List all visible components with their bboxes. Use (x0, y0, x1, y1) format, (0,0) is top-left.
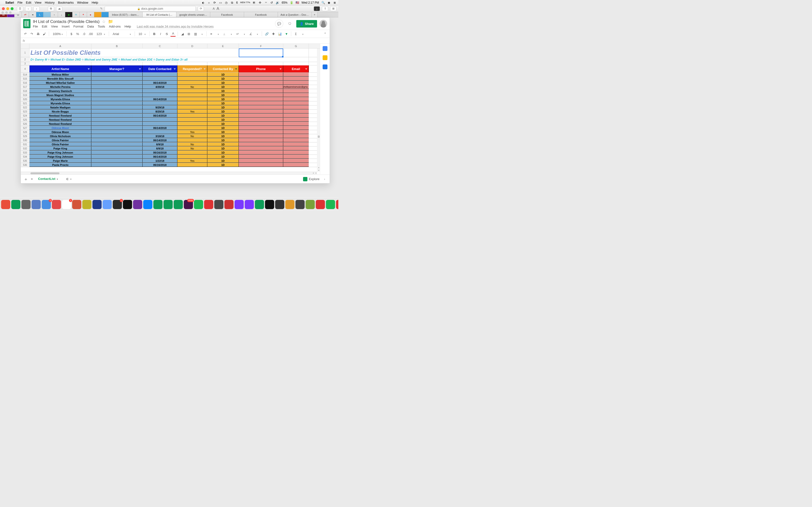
dock-app-icon[interactable] (245, 200, 254, 209)
cell-responded[interactable] (177, 118, 207, 122)
dock-app-icon[interactable] (235, 200, 244, 209)
vpn-icon[interactable]: ⧉ (230, 1, 234, 4)
cell-artist-name[interactable]: Paola Procto (30, 163, 91, 167)
dock-app-icon[interactable] (214, 200, 223, 209)
column-header[interactable]: A (30, 44, 91, 48)
functions-button[interactable]: Σ (293, 31, 305, 37)
dock-app-icon[interactable] (143, 200, 152, 209)
cell-date-contacted[interactable] (143, 77, 177, 80)
cell-email[interactable] (283, 130, 309, 134)
dock-app-icon[interactable] (133, 200, 142, 209)
cell-artist-name[interactable]: Paige King Johnson (30, 155, 91, 159)
cell-manager[interactable] (91, 151, 143, 155)
cell-responded[interactable] (177, 81, 207, 85)
icloud-tabs[interactable]: ☁ (56, 6, 62, 11)
text-wrap[interactable]: ↵ (235, 31, 247, 37)
row-header[interactable]: 521 (21, 101, 30, 105)
explore-label[interactable]: Explore (309, 177, 319, 181)
cell-responded[interactable] (177, 89, 207, 93)
cell-responded[interactable] (177, 126, 207, 130)
comments-button[interactable]: 💬 (275, 19, 283, 28)
cell-artist-name[interactable]: Michael MikeSal Sallee (30, 81, 91, 85)
explore-icon[interactable] (303, 177, 307, 181)
browser-tab[interactable]: Facebook (210, 12, 244, 17)
cell-contacted-by[interactable]: 1D (207, 118, 239, 122)
dock-app-icon[interactable]: 8936 (184, 200, 193, 209)
flag-icon[interactable]: 🇺🇸 (296, 1, 299, 4)
cell-email[interactable] (283, 134, 309, 138)
browser-tab[interactable]: google sheets unwan… (176, 12, 210, 17)
cell-artist-name[interactable]: Natalie Madigan (30, 106, 91, 109)
row-header[interactable]: 529 (21, 134, 30, 138)
cell-email[interactable] (283, 151, 309, 155)
cell-manager[interactable] (91, 134, 143, 138)
cell-manager[interactable] (91, 147, 143, 151)
row-header[interactable]: 528 (21, 130, 30, 134)
row-header[interactable]: 534 (21, 155, 30, 159)
cell-manager[interactable] (91, 143, 143, 146)
cell-manager[interactable] (91, 138, 143, 142)
star-icon[interactable]: ☆ (102, 19, 106, 24)
cell-date-contacted[interactable] (143, 122, 177, 126)
cell[interactable] (239, 62, 283, 65)
cell-email[interactable] (283, 73, 309, 76)
column-header-cell[interactable]: Responded? (177, 65, 207, 72)
cell-manager[interactable] (91, 89, 143, 93)
new-tab-button[interactable]: ＋ (312, 12, 317, 17)
dock-app-icon[interactable]: 1 (62, 200, 71, 209)
cell-artist-name[interactable]: Paige King Johnson (30, 151, 91, 155)
autofill-icon[interactable]: ✎ (100, 7, 103, 10)
clock-icon[interactable]: ◷ (224, 1, 228, 4)
cell-contacted-by[interactable]: 1D (207, 151, 239, 155)
cell-responded[interactable] (177, 97, 207, 101)
cell[interactable] (177, 49, 207, 57)
show-tabs[interactable]: ⧉ (48, 6, 54, 11)
document-title[interactable]: IH List of Contacts (Possible Clients) (33, 19, 100, 24)
gs-menu-addons[interactable]: Add-ons (109, 24, 120, 28)
cell-contacted-by[interactable]: 1D (207, 143, 239, 146)
strike-button[interactable]: S (164, 31, 169, 37)
pinned-tab[interactable]: ⇌ (22, 12, 29, 17)
cell-phone[interactable] (239, 118, 283, 122)
sheets-logo-icon[interactable] (23, 19, 31, 28)
cell-contacted-by[interactable]: 1D (207, 89, 239, 93)
menubar-extra-icon[interactable]: ✣ (258, 1, 262, 4)
insert-link-button[interactable]: 🔗 (264, 31, 270, 37)
tasks-icon[interactable] (323, 64, 327, 69)
gs-menu-tools[interactable]: Tools (98, 24, 105, 28)
menu-edit[interactable]: Edit (26, 1, 31, 4)
cell-responded[interactable] (177, 151, 207, 155)
cell-email[interactable] (283, 118, 309, 122)
horizontal-scrollbar[interactable]: ◂▸ (21, 172, 317, 175)
reader-smaller[interactable]: A (213, 7, 215, 10)
print-button[interactable]: 🖶 (35, 31, 41, 37)
cell-contacted-by[interactable]: 1D (207, 114, 239, 118)
cell-email[interactable] (283, 126, 309, 130)
cell-date-contacted[interactable]: 06/14/2018 (143, 114, 177, 118)
cell-contacted-by[interactable]: 1D (207, 130, 239, 134)
cell-phone[interactable] (239, 159, 283, 163)
redo-button[interactable]: ↷ (29, 31, 34, 37)
row-header[interactable]: 533 (21, 151, 30, 155)
gs-menu-edit[interactable]: Edit (42, 24, 47, 28)
pinned-tab[interactable]: ≋ (72, 12, 80, 17)
cell-responded[interactable]: No (177, 143, 207, 146)
cell-artist-name[interactable]: Myranda Elissa (30, 97, 91, 101)
notification-center-icon[interactable]: ≣ (333, 1, 337, 4)
row-header[interactable]: 535 (21, 159, 30, 163)
cell-artist-name[interactable]: Moon Magnet Studios (30, 93, 91, 97)
row-header[interactable]: 530 (21, 138, 30, 142)
cell-phone[interactable] (239, 163, 283, 167)
cell-email[interactable]: michellepereiramusic@gma (283, 85, 309, 89)
cell-email[interactable] (283, 147, 309, 151)
cell-date-contacted[interactable] (143, 89, 177, 93)
cell-contacted-by[interactable]: 1D (207, 97, 239, 101)
dock-app-icon[interactable] (0, 200, 0, 209)
cell-contacted-by[interactable]: 1D (207, 106, 239, 109)
cell-manager[interactable] (91, 106, 143, 109)
cell-responded[interactable]: Yes (177, 159, 207, 163)
cell-contacted-by[interactable]: 1D (207, 73, 239, 76)
dock-app-icon[interactable] (21, 200, 31, 209)
cell-manager[interactable] (91, 126, 143, 130)
dock-app-icon[interactable] (316, 200, 325, 209)
